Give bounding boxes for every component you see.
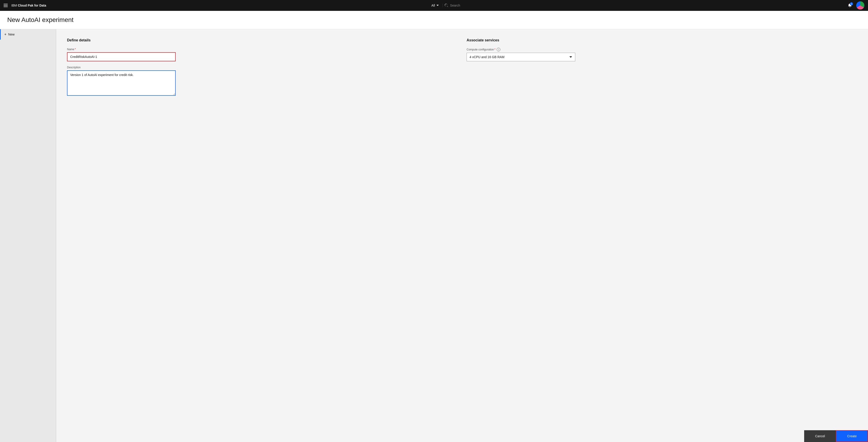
create-button[interactable]: Create xyxy=(836,430,868,442)
main-content: + New Define details Name* Description V… xyxy=(0,29,868,442)
info-icon[interactable]: i xyxy=(497,48,500,52)
description-textarea[interactable]: Version 1 of AutoAI experiment for credi… xyxy=(67,70,176,96)
name-form-group: Name* xyxy=(67,48,458,61)
notification-button[interactable]: 1 xyxy=(845,1,855,10)
form-grid: Define details Name* Description Version… xyxy=(67,38,857,418)
navbar: IBM Cloud Pak for Data All Search 1 xyxy=(0,0,868,11)
page-header: New AutoAI experiment xyxy=(0,11,868,29)
user-avatar[interactable] xyxy=(856,1,864,9)
associate-section-title: Associate services xyxy=(467,38,857,42)
search-bar[interactable]: Search xyxy=(445,4,460,7)
define-details-section: Define details Name* Description Version… xyxy=(67,38,458,418)
page-title: New AutoAI experiment xyxy=(7,16,861,24)
compute-select[interactable]: 4 vCPU and 16 GB RAM 8 vCPU and 32 GB RA… xyxy=(467,53,575,61)
description-label: Description xyxy=(67,66,458,69)
define-section-title: Define details xyxy=(67,38,458,42)
cancel-button[interactable]: Cancel xyxy=(804,430,836,442)
brand-name: IBM Cloud Pak for Data xyxy=(11,4,46,7)
search-placeholder: Search xyxy=(450,4,460,7)
compute-form-group: Compute configuration* i 4 vCPU and 16 G… xyxy=(467,48,857,61)
footer-actions: Cancel Create xyxy=(56,430,868,442)
footer-inner: Cancel Create xyxy=(804,430,868,442)
description-form-group: Description Version 1 of AutoAI experime… xyxy=(67,66,458,97)
navbar-right: 1 xyxy=(845,1,864,10)
name-input[interactable] xyxy=(67,52,176,61)
menu-icon[interactable] xyxy=(4,4,8,7)
name-label: Name* xyxy=(67,48,458,51)
chevron-down-icon xyxy=(436,4,439,7)
notification-badge: 1 xyxy=(850,2,853,5)
sidebar-item-label: New xyxy=(8,33,14,36)
search-scope-label: All xyxy=(432,4,435,7)
associate-services-section: Associate services Compute configuration… xyxy=(467,38,857,418)
sidebar: + New xyxy=(0,29,56,442)
compute-label: Compute configuration* xyxy=(467,48,495,51)
search-icon xyxy=(445,4,448,7)
compute-label-row: Compute configuration* i xyxy=(467,48,857,52)
sidebar-item-new[interactable]: + New xyxy=(0,29,56,40)
search-scope-dropdown[interactable]: All xyxy=(432,4,443,7)
compute-select-wrapper: 4 vCPU and 16 GB RAM 8 vCPU and 32 GB RA… xyxy=(467,53,575,61)
form-area: Define details Name* Description Version… xyxy=(56,29,868,442)
plus-icon: + xyxy=(4,32,6,36)
